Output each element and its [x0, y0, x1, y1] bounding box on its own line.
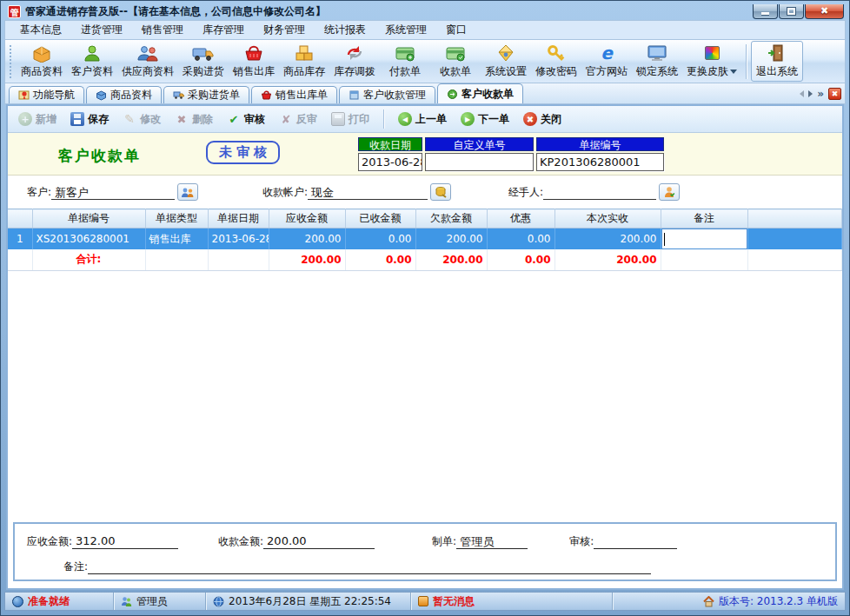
col-doc-number[interactable]: 单据编号: [32, 209, 145, 229]
cell-owed[interactable]: 200.00: [415, 229, 487, 250]
custom-number-field: 自定义单号: [425, 137, 534, 171]
close-button[interactable]: ✖: [805, 4, 844, 19]
toolbar-button-sales[interactable]: 销售出库: [229, 42, 279, 81]
minimize-button[interactable]: [753, 4, 778, 19]
toolbar-button-settings[interactable]: 系统设置: [481, 42, 531, 81]
status-datetime: 2013年6月28日 星期五 22:25:54: [206, 593, 411, 610]
toolbar-button-goods[interactable]: 商品资料: [17, 42, 67, 81]
menu-system[interactable]: 系统管理: [375, 21, 436, 39]
toolbar-button-password[interactable]: 修改密码: [531, 42, 581, 81]
col-receivable[interactable]: 应收金额: [269, 209, 345, 229]
cell-doc-type[interactable]: 销售出库: [145, 229, 208, 250]
col-received[interactable]: 已收金额: [345, 209, 415, 229]
toolbar-button-receipt[interactable]: 收款单: [430, 42, 481, 81]
col-remark[interactable]: 备注: [661, 209, 747, 229]
total-label: 合计:: [32, 249, 145, 270]
customer-person-icon: [81, 43, 103, 63]
receipt-date-input[interactable]: 2013-06-28: [358, 153, 422, 171]
customer-label: 客户:: [27, 185, 51, 200]
toolbar-button-stock[interactable]: 商品库存: [279, 42, 329, 81]
save-icon: [70, 112, 84, 126]
delete-button[interactable]: ✖ 删除: [175, 112, 213, 127]
col-doc-type[interactable]: 单据类型: [145, 209, 208, 229]
menu-purchase[interactable]: 进货管理: [71, 21, 132, 39]
cell-receivable[interactable]: 200.00: [269, 229, 345, 250]
toolbar-button-payment[interactable]: 付款单: [380, 42, 430, 81]
tab-label: 功能导航: [33, 88, 75, 103]
close-doc-button[interactable]: ✖ 关闭: [523, 112, 561, 127]
tab-nav[interactable]: 功能导航: [9, 86, 84, 103]
col-doc-date[interactable]: 单据日期: [208, 209, 269, 229]
tab-close-button[interactable]: ✖: [828, 88, 841, 100]
col-row-number[interactable]: [8, 209, 32, 229]
custom-number-header: 自定义单号: [425, 137, 534, 151]
toolbar-button-skin[interactable]: 更换皮肤: [682, 42, 741, 81]
tab-goods[interactable]: 商品资料: [86, 86, 162, 103]
tab-customer-receipt[interactable]: 客户收款单: [437, 83, 523, 103]
doc-number-header: 单据编号: [536, 137, 664, 151]
prev-doc-button[interactable]: ◀ 上一单: [398, 112, 447, 127]
menu-reports[interactable]: 统计报表: [315, 21, 375, 39]
receipt-manage-tab-icon: [349, 89, 360, 101]
close-icon: ✖: [820, 5, 828, 17]
col-filler: [747, 209, 842, 229]
tab-scroll-right-icon[interactable]: [808, 90, 813, 97]
title-bar: 管 管家通进销存普及版--【请在基本信息，公司信息中修改公司名】 ✖: [4, 1, 846, 20]
toolbar-button-exit[interactable]: 退出系统: [751, 41, 803, 82]
cell-remark-editor[interactable]: [661, 229, 747, 250]
receivable-total-value: 312.00: [72, 534, 178, 549]
col-actual[interactable]: 本次实收: [554, 209, 661, 229]
toolbar-button-customers[interactable]: 客户资料: [67, 42, 117, 81]
tab-list-chevron-icon[interactable]: »: [817, 89, 824, 98]
user-icon: [121, 596, 132, 607]
toolbar-button-website[interactable]: e 官方网站: [581, 42, 632, 81]
col-owed[interactable]: 欠款金额: [415, 209, 487, 229]
handler-picker-button[interactable]: [659, 183, 680, 201]
unaudit-icon: ✘: [279, 112, 293, 126]
toolbar-button-purchase[interactable]: 采购进货: [178, 42, 229, 81]
menu-finance[interactable]: 财务管理: [254, 21, 315, 39]
print-button[interactable]: 打印: [331, 112, 369, 127]
toolbar-button-transfer[interactable]: 库存调拨: [329, 42, 380, 81]
cell-received[interactable]: 0.00: [345, 229, 415, 250]
toolbar-button-lock[interactable]: 锁定系统: [632, 42, 682, 81]
account-picker-button[interactable]: [430, 183, 451, 201]
cell-doc-number[interactable]: XS201306280001: [32, 229, 145, 250]
customer-input[interactable]: 新客户: [51, 185, 175, 200]
add-button[interactable]: + 新增: [18, 112, 56, 127]
tab-receipt-manage[interactable]: 客户收款管理: [339, 86, 435, 103]
receipt-tab-icon: [447, 89, 458, 100]
doc-number-input[interactable]: KP201306280001: [536, 153, 664, 171]
handler-picker-icon: [663, 186, 675, 198]
save-button[interactable]: 保存: [70, 112, 109, 127]
cell-actual[interactable]: 200.00: [554, 229, 661, 250]
edit-button[interactable]: ✎ 修改: [123, 112, 161, 127]
cell-doc-date[interactable]: 2013-06-28: [208, 229, 269, 250]
unaudit-button[interactable]: ✘ 反审: [279, 112, 317, 127]
account-input[interactable]: 现金: [308, 185, 428, 200]
col-discount[interactable]: 优惠: [487, 209, 554, 229]
total-owed: 200.00: [415, 249, 487, 270]
grid-total-row: 合计: 200.00 0.00 200.00 0.00 200.00: [8, 249, 842, 270]
toolbar-button-suppliers[interactable]: 供应商资料: [117, 42, 178, 81]
home-icon: [703, 596, 714, 607]
tab-scroll-left-icon[interactable]: [800, 90, 804, 97]
form-header: 客户收款单 未审核 收款日期 2013-06-28 自定义单号 单据编号 KP2…: [8, 133, 842, 176]
maximize-button[interactable]: [779, 4, 804, 19]
menu-basic-info[interactable]: 基本信息: [10, 21, 71, 39]
audit-button[interactable]: ✔ 审核: [227, 112, 265, 127]
tab-purchase-order[interactable]: 采购进货单: [163, 86, 249, 103]
menu-inventory[interactable]: 库存管理: [193, 21, 254, 39]
menu-sales[interactable]: 销售管理: [132, 21, 193, 39]
cell-discount[interactable]: 0.00: [487, 229, 554, 250]
custom-number-input[interactable]: [425, 153, 534, 171]
detail-grid: 单据编号 单据类型 单据日期 应收金额 已收金额 欠款金额 优惠 本次实收 备注: [8, 209, 842, 519]
handler-input[interactable]: [543, 185, 656, 200]
customer-picker-button[interactable]: [177, 183, 198, 201]
next-doc-button[interactable]: ▶ 下一单: [461, 112, 509, 127]
menu-window[interactable]: 窗口: [436, 21, 476, 39]
grid-row-selected[interactable]: 1 XS201306280001 销售出库 2013-06-28 200.00 …: [8, 229, 842, 250]
remark-input[interactable]: [88, 560, 651, 574]
cell-row-number[interactable]: 1: [8, 229, 32, 250]
tab-sales-order[interactable]: 销售出库单: [251, 86, 337, 103]
